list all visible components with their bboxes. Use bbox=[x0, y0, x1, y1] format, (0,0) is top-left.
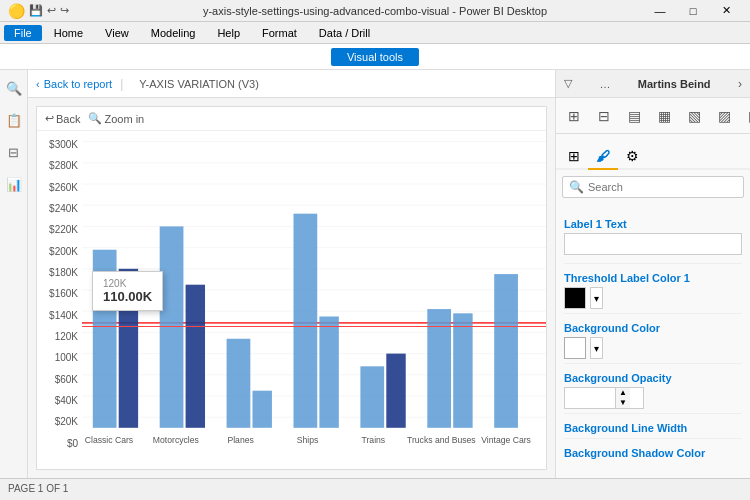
threshold-color-dropdown[interactable]: ▾ bbox=[590, 287, 603, 309]
chart-main[interactable]: Classic Cars Motorcycles Planes Ships Tr… bbox=[82, 131, 546, 469]
panel-title: Martins Beind bbox=[638, 78, 711, 90]
chart-zoom-button[interactable]: 🔍 Zoom in bbox=[88, 112, 144, 125]
svg-rect-24 bbox=[386, 354, 405, 428]
ribbon-tab-file[interactable]: File bbox=[4, 25, 42, 41]
y-label-140k: $140K bbox=[49, 310, 78, 321]
svg-rect-26 bbox=[453, 313, 472, 427]
back-chevron-icon: ‹ bbox=[36, 78, 40, 90]
viz-icon-matrix[interactable]: ⊟ bbox=[590, 102, 618, 130]
bottom-bar: PAGE 1 OF 1 bbox=[0, 478, 750, 498]
format-tab-analytics[interactable]: ⚙ bbox=[618, 144, 647, 170]
format-tab-format[interactable]: 🖌 bbox=[588, 144, 618, 170]
viz-icons-row: ⊞ ⊟ ▤ ▦ ▧ ▨ ▩ … bbox=[556, 98, 750, 134]
y-label-100k: 100K bbox=[55, 352, 78, 363]
y-label-0: $0 bbox=[67, 438, 78, 449]
bg-opacity-input[interactable]: 40 bbox=[565, 391, 615, 405]
y-label-200k: $200K bbox=[49, 246, 78, 257]
svg-text:Motorcycles: Motorcycles bbox=[153, 435, 199, 445]
label1-text-input[interactable] bbox=[564, 233, 742, 255]
threshold-color-swatch[interactable] bbox=[564, 287, 586, 309]
filter-icon[interactable]: ▽ bbox=[564, 77, 572, 90]
format-tabs: ⊞ 🖌 ⚙ bbox=[556, 134, 750, 170]
chart-body: $300K $280K $260K $240K $220K $200K $180… bbox=[37, 131, 546, 469]
ribbon-tab-modeling[interactable]: Modeling bbox=[141, 25, 206, 41]
tooltip-value: 110.00K bbox=[103, 289, 152, 304]
search-input[interactable] bbox=[588, 181, 737, 193]
svg-rect-27 bbox=[494, 274, 518, 428]
window-title: y-axis-style-settings-using-advanced-com… bbox=[203, 5, 547, 17]
viz-icon-line[interactable]: ▧ bbox=[680, 102, 708, 130]
opacity-down-button[interactable]: ▼ bbox=[616, 398, 630, 408]
maximize-button[interactable]: □ bbox=[677, 0, 709, 22]
divider-5 bbox=[564, 438, 742, 439]
visual-tools-bar: Visual tools bbox=[0, 44, 750, 70]
viz-icon-column[interactable]: ▦ bbox=[650, 102, 678, 130]
viz-icon-table[interactable]: ⊞ bbox=[560, 102, 588, 130]
svg-rect-18 bbox=[186, 285, 205, 428]
chart-y-axis: $300K $280K $260K $240K $220K $200K $180… bbox=[37, 131, 82, 469]
sidebar-icon-search[interactable]: 🔍 bbox=[4, 78, 24, 98]
undo-icon[interactable]: ↩ bbox=[47, 4, 56, 17]
divider-4 bbox=[564, 413, 742, 414]
viz-icon-scatter[interactable]: ▩ bbox=[740, 102, 750, 130]
format-tab-fields[interactable]: ⊞ bbox=[560, 144, 588, 170]
back-to-report-button[interactable]: ‹ Back to report bbox=[36, 78, 112, 90]
chart-back-button[interactable]: ↩ Back bbox=[45, 112, 80, 125]
y-label-40k: $40K bbox=[55, 395, 78, 406]
search-box[interactable]: 🔍 bbox=[562, 176, 744, 198]
bg-opacity-spinners: ▲ ▼ bbox=[615, 388, 630, 408]
bg-opacity-row[interactable]: 40 ▲ ▼ bbox=[564, 387, 644, 409]
report-toolbar: ‹ Back to report | Y-AXIS VARIATION (V3) bbox=[28, 70, 555, 98]
minimize-button[interactable]: — bbox=[644, 0, 676, 22]
opacity-up-button[interactable]: ▲ bbox=[616, 388, 630, 398]
ribbon: File Home View Modeling Help Format Data… bbox=[0, 22, 750, 44]
viz-icon-bar[interactable]: ▤ bbox=[620, 102, 648, 130]
search-icon: 🔍 bbox=[569, 180, 584, 194]
ribbon-tab-view[interactable]: View bbox=[95, 25, 139, 41]
title-bar: 🟡 💾 ↩ ↪ y-axis-style-settings-using-adva… bbox=[0, 0, 750, 22]
threshold-color-label: Threshold Label Color 1 bbox=[564, 272, 742, 284]
sidebar-icon-data[interactable]: 📊 bbox=[4, 174, 24, 194]
bg-shadow-label: Background Shadow Color bbox=[564, 447, 742, 459]
divider-1 bbox=[564, 263, 742, 264]
close-button[interactable]: ✕ bbox=[710, 0, 742, 22]
ribbon-tab-data-drill[interactable]: Data / Drill bbox=[309, 25, 380, 41]
y-label-300k: $300K bbox=[49, 139, 78, 150]
svg-text:Planes: Planes bbox=[227, 435, 253, 445]
window-controls: — □ ✕ bbox=[644, 0, 742, 22]
svg-rect-20 bbox=[252, 391, 271, 428]
redo-icon[interactable]: ↪ bbox=[60, 4, 69, 17]
bg-opacity-label: Background Opacity bbox=[564, 372, 742, 384]
bg-color-row: ▾ bbox=[564, 337, 742, 359]
zoom-icon: 🔍 bbox=[88, 112, 102, 125]
y-label-280k: $280K bbox=[49, 160, 78, 171]
report-title: Y-AXIS VARIATION (V3) bbox=[139, 78, 259, 90]
bg-color-dropdown[interactable]: ▾ bbox=[590, 337, 603, 359]
sidebar-icon-filter[interactable]: ⊟ bbox=[4, 142, 24, 162]
chart-toolbar: ↩ Back 🔍 Zoom in bbox=[37, 107, 546, 131]
ribbon-tab-format[interactable]: Format bbox=[252, 25, 307, 41]
svg-rect-23 bbox=[360, 366, 384, 427]
ribbon-tab-home[interactable]: Home bbox=[44, 25, 93, 41]
sidebar-icon-bookmark[interactable]: 📋 bbox=[4, 110, 24, 130]
y-label-260k: $260K bbox=[49, 182, 78, 193]
save-icon[interactable]: 💾 bbox=[29, 4, 43, 17]
threshold-line bbox=[82, 326, 546, 327]
svg-rect-21 bbox=[293, 214, 317, 428]
more-icon[interactable]: … bbox=[599, 78, 610, 90]
y-label-240k: $240K bbox=[49, 203, 78, 214]
bg-color-swatch[interactable] bbox=[564, 337, 586, 359]
svg-text:Vintage Cars: Vintage Cars bbox=[481, 435, 531, 445]
panel-header: ▽ … Martins Beind › bbox=[556, 70, 750, 98]
page-label: PAGE 1 OF 1 bbox=[8, 483, 68, 494]
visual-tools-button[interactable]: Visual tools bbox=[331, 48, 419, 66]
back-arrow-icon: ↩ bbox=[45, 112, 54, 125]
ribbon-tab-help[interactable]: Help bbox=[207, 25, 250, 41]
viz-icon-area[interactable]: ▨ bbox=[710, 102, 738, 130]
svg-text:Ships: Ships bbox=[297, 435, 319, 445]
y-label-120k: 120K bbox=[55, 331, 78, 342]
svg-text:Trucks and Buses: Trucks and Buses bbox=[407, 435, 476, 445]
y-label-160k: $160K bbox=[49, 288, 78, 299]
panel-expand-icon[interactable]: › bbox=[738, 77, 742, 91]
title-bar-icons: 💾 ↩ ↪ bbox=[29, 4, 69, 17]
